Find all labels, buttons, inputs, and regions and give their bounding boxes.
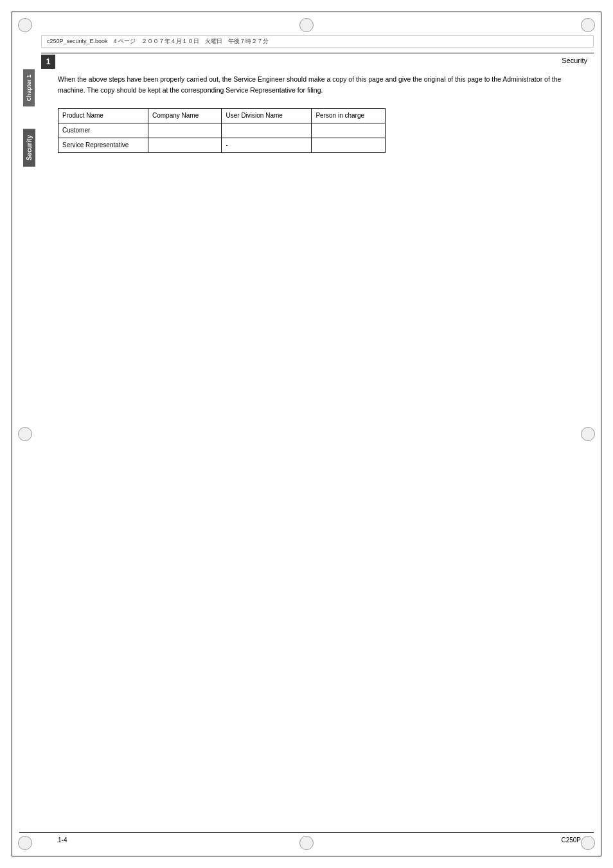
header-divider — [41, 53, 594, 53]
chapter-tab: Chapter 1 — [23, 69, 35, 107]
footer-page-number: 1-4 — [58, 836, 67, 844]
footer-divider — [19, 832, 594, 833]
footer-model-number: C250P — [561, 836, 581, 844]
file-info-bar: c250P_security_E.book 4 ページ ２００７年４月１０日 火… — [41, 35, 594, 48]
registration-table: Product Name Company Name User Division … — [58, 108, 386, 153]
row-customer-person — [312, 123, 386, 138]
table-row: Service Representative - — [58, 138, 386, 152]
row-service-division: - — [222, 138, 312, 152]
chapter-number: 1 — [46, 57, 51, 66]
header-person-in-charge: Person in charge — [312, 108, 386, 123]
row-customer-company — [148, 123, 222, 138]
main-content: When the above steps have been properly … — [58, 74, 587, 153]
header-company-name: Company Name — [148, 108, 222, 123]
intro-paragraph: When the above steps have been properly … — [58, 74, 587, 96]
chapter-number-box: 1 — [41, 55, 55, 69]
header-product-name: Product Name — [58, 108, 148, 123]
row-customer-label: Customer — [58, 123, 148, 138]
file-info-text: c250P_security_E.book 4 ページ ２００７年４月１０日 火… — [47, 38, 269, 44]
row-service-label: Service Representative — [58, 138, 148, 152]
row-service-person — [312, 138, 386, 152]
table-row: Customer — [58, 123, 386, 138]
row-customer-division — [222, 123, 312, 138]
row-service-company — [148, 138, 222, 152]
header-user-division: User Division Name — [222, 108, 312, 123]
header-title: Security — [562, 57, 587, 64]
security-tab: Security — [23, 129, 35, 167]
